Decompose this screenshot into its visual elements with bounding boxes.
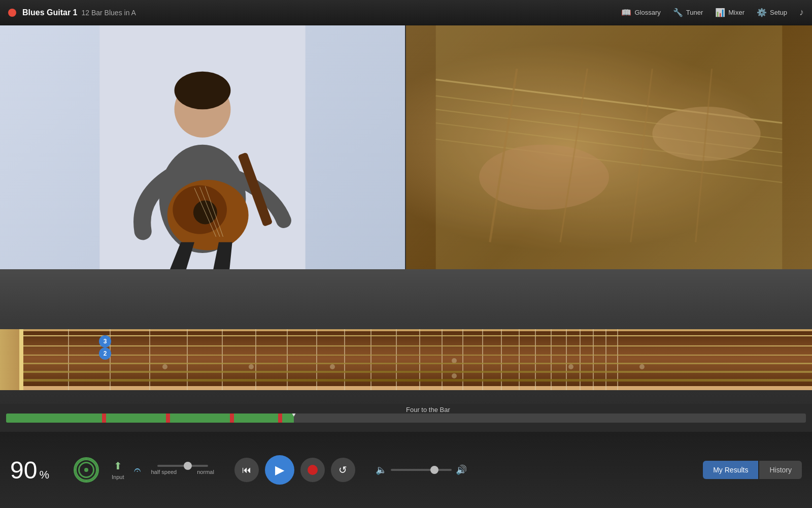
finger-dot-2: 2 <box>99 347 111 360</box>
speed-icon: 𝄐 <box>134 463 141 477</box>
metronome-rings <box>74 457 99 483</box>
bottom-controls: 90 % ⬆ Input 𝄐 half speed normal <box>0 432 812 508</box>
fret-marker-5 <box>162 364 167 369</box>
progress-bar[interactable] <box>6 414 806 423</box>
skip-back-icon: ⏮ <box>242 465 251 475</box>
section-marker-2 <box>166 414 170 423</box>
svg-point-3 <box>175 72 231 110</box>
fret-marker-9 <box>330 364 335 369</box>
fret-marker-15 <box>568 364 573 369</box>
metronome-dot <box>84 468 88 472</box>
fret-marker-7 <box>249 364 254 369</box>
playhead <box>290 414 298 417</box>
topbar-right: 📖 Glossary 🔧 Tuner 📊 Mixer ⚙️ Setup ♪ <box>621 7 804 18</box>
aux-controls: ⬆ Input 𝄐 half speed normal <box>112 460 214 480</box>
glossary-label: Glossary <box>634 9 660 16</box>
loop-button[interactable]: ↺ <box>331 458 355 482</box>
volume-control: 🔈 🔊 <box>376 464 467 475</box>
fretboard-section: 3 2 <box>0 320 812 404</box>
setup-button[interactable]: ⚙️ Setup <box>757 8 787 17</box>
progress-fill <box>6 414 294 423</box>
record-button[interactable] <box>300 458 325 482</box>
section-marker-1 <box>102 414 106 423</box>
tuner-button[interactable]: 🔧 Tuner <box>673 8 703 17</box>
book-icon: 📖 <box>621 8 631 17</box>
music-note-icon[interactable]: ♪ <box>799 7 804 18</box>
my-results-button[interactable]: My Results <box>703 461 758 479</box>
speed-slider-track[interactable] <box>157 465 208 467</box>
guitar-string-3 <box>19 355 812 356</box>
video-area <box>0 25 812 269</box>
glossary-button[interactable]: 📖 Glossary <box>621 8 660 17</box>
finger-dot-3: 3 <box>99 335 111 347</box>
results-history-controls: My Results History <box>703 461 802 479</box>
close-button[interactable] <box>8 9 16 17</box>
section-marker-4 <box>278 414 282 423</box>
mixer-label: Mixer <box>728 9 745 16</box>
instructor-figure <box>0 25 405 269</box>
tuning-pegs <box>0 329 21 390</box>
mixer-button[interactable]: 📊 Mixer <box>715 8 745 17</box>
fret-marker-12b <box>452 373 457 378</box>
tempo-unit: % <box>39 468 49 482</box>
speed-labels: half speed normal <box>151 469 214 475</box>
input-label: Input <box>112 474 124 480</box>
volume-slider-thumb <box>430 466 438 474</box>
video-padding <box>0 269 812 320</box>
tuner-label: Tuner <box>686 9 703 16</box>
transport-controls: ⏮ ▶ ↺ <box>234 455 355 485</box>
loop-icon: ↺ <box>339 464 347 476</box>
section-marker-3 <box>230 414 234 423</box>
volume-high-icon: 🔊 <box>456 464 467 475</box>
volume-low-icon: 🔈 <box>376 464 387 475</box>
input-icon: ⬆ <box>114 460 122 472</box>
app-title: Blues Guitar 1 <box>22 8 77 17</box>
volume-slider-track[interactable] <box>391 469 452 471</box>
guitar-detail-svg <box>406 25 812 269</box>
skip-back-button[interactable]: ⏮ <box>234 458 259 482</box>
gear-icon: ⚙️ <box>757 8 767 17</box>
guitar-string-4 <box>19 363 812 364</box>
guitar-string-1 <box>19 335 812 336</box>
half-speed-label: half speed <box>151 469 177 475</box>
tuner-icon: 🔧 <box>673 8 683 17</box>
history-button[interactable]: History <box>759 461 802 479</box>
video-guitar-closeup <box>406 25 812 269</box>
setup-label: Setup <box>770 9 787 16</box>
timeline-section[interactable]: Four to the Bar <box>0 404 812 432</box>
tempo-value: 90 <box>10 456 37 484</box>
guitar-string-2 <box>19 345 812 346</box>
video-instructor <box>0 25 406 269</box>
lesson-subtitle: 12 Bar Blues in A <box>81 9 136 17</box>
speed-slider-thumb <box>184 462 192 470</box>
play-icon: ▶ <box>275 463 284 477</box>
speed-slider-control[interactable]: half speed normal <box>151 465 214 475</box>
speed-control[interactable]: 𝄐 <box>134 463 141 477</box>
svg-point-17 <box>479 145 609 210</box>
record-dot <box>308 465 318 475</box>
tempo-display: 90 % <box>10 456 61 484</box>
mixer-icon: 📊 <box>715 8 725 17</box>
metronome-button[interactable] <box>71 455 101 485</box>
guitar-string-5 <box>19 371 812 373</box>
section-label: Four to the Bar <box>406 406 450 414</box>
guitar-string-6 <box>19 379 812 382</box>
play-button[interactable]: ▶ <box>265 455 294 485</box>
input-control[interactable]: ⬆ Input <box>112 460 124 480</box>
normal-label: normal <box>197 469 214 475</box>
fretboard-nut <box>19 329 23 390</box>
fret-marker-17 <box>639 364 645 369</box>
top-bar: Blues Guitar 1 12 Bar Blues in A 📖 Gloss… <box>0 0 812 25</box>
